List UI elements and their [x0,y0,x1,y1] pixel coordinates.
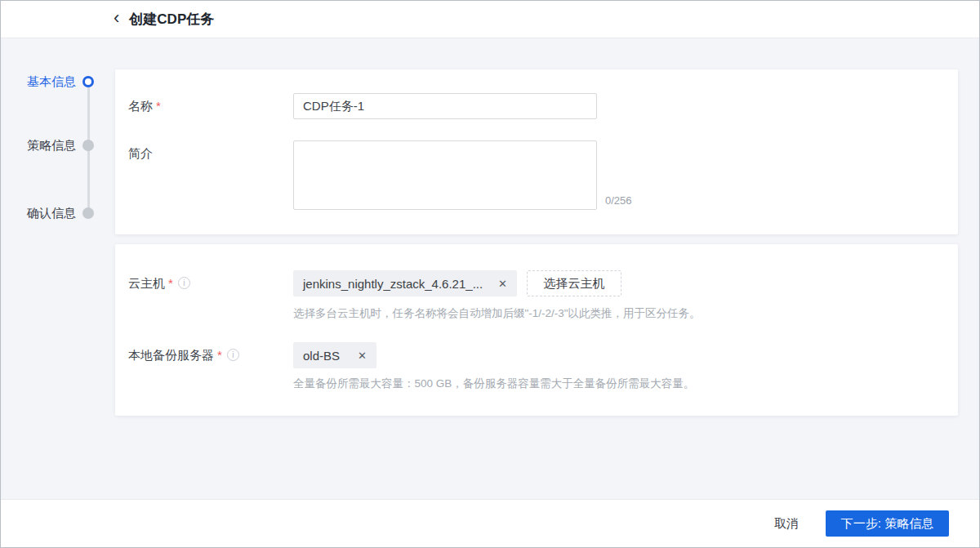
description-label-text: 简介 [128,146,153,160]
step-policy-info[interactable]: 策略信息 [1,137,115,154]
page-header: ‹ 创建CDP任务 [1,1,979,38]
name-input[interactable] [293,93,597,119]
info-icon[interactable]: i [227,349,239,361]
char-counter: 0/256 [605,194,632,207]
required-asterisk: * [156,99,161,113]
vm-label: 云主机*i [128,270,190,296]
vm-tag: jenkins_nightly_zstack_4.6.21_... ✕ [293,270,517,296]
page-title: 创建CDP任务 [129,10,214,29]
backup-server-label: 本地备份服务器*i [128,342,239,368]
step-basic-info[interactable]: 基本信息 [1,74,115,90]
name-label-text: 名称 [128,99,153,113]
basic-info-card: 名称* 简介 0/256 [115,69,958,234]
next-step-button[interactable]: 下一步: 策略信息 [826,510,949,537]
backup-server-tag-label: old-BS [303,349,340,363]
wizard-stepper: 基本信息 策略信息 确认信息 [1,38,115,499]
select-vm-button[interactable]: 选择云主机 [527,270,621,296]
step-policy-info-label: 策略信息 [1,138,76,154]
step-pending-dot-icon [82,207,94,219]
backup-server-tag: old-BS ✕ [293,342,376,368]
backup-server-label-text: 本地备份服务器 [128,348,214,362]
step-pending-dot-icon [82,140,94,151]
required-asterisk: * [217,348,222,362]
page-body: 基本信息 策略信息 确认信息 名称* 简介 0/256 [1,38,979,499]
create-cdp-task-page: ‹ 创建CDP任务 基本信息 策略信息 确认信息 名称* [0,0,980,548]
cancel-button[interactable]: 取消 [773,511,800,537]
required-asterisk: * [168,276,173,290]
remove-backup-server-tag-icon[interactable]: ✕ [358,350,367,362]
step-active-dot-icon [82,76,94,87]
page-footer: 取消 下一步: 策略信息 [1,499,979,547]
backup-server-hint-text: 全量备份所需最大容量：500 GB，备份服务器容量需大于全量备份所需最大容量。 [293,376,694,391]
description-textarea[interactable] [293,140,597,210]
step-confirm-info[interactable]: 确认信息 [1,205,115,221]
vm-hint-text: 选择多台云主机时，任务名称将会自动增加后缀"-1/-2/-3"以此类推，用于区分… [293,306,701,321]
step-confirm-info-label: 确认信息 [1,206,76,221]
vm-label-text: 云主机 [128,276,165,290]
step-basic-info-label: 基本信息 [1,74,76,90]
vm-tag-label: jenkins_nightly_zstack_4.6.21_... [303,277,483,291]
resource-card: 云主机*i jenkins_nightly_zstack_4.6.21_... … [115,244,958,416]
info-icon[interactable]: i [178,277,190,289]
back-icon[interactable]: ‹ [114,9,119,27]
name-label: 名称* [128,93,161,119]
remove-vm-tag-icon[interactable]: ✕ [498,278,507,290]
description-label: 简介 [128,140,153,167]
